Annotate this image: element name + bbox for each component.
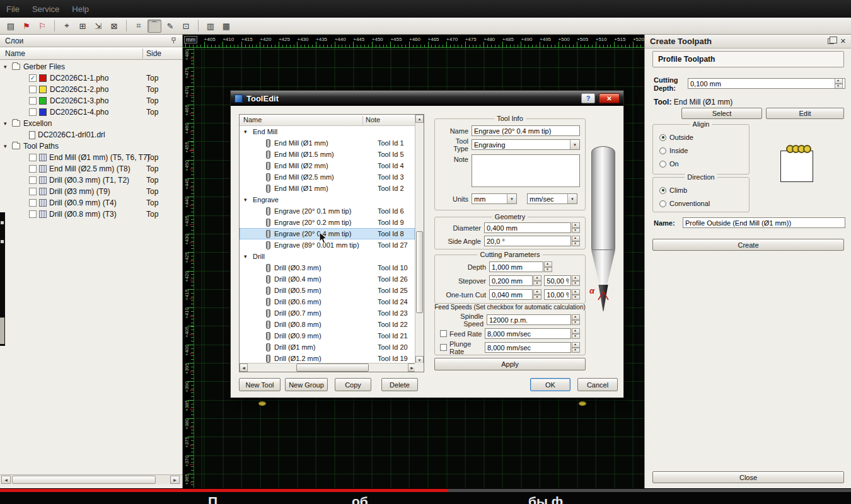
tool-row[interactable]: End Mill (Ø2.5 mm)Tool Id 3 <box>240 171 415 183</box>
measure-icon[interactable]: ⊡ <box>179 20 193 33</box>
layer-visibility-checkbox[interactable] <box>29 188 37 195</box>
column-divider[interactable] <box>142 49 143 59</box>
dropdown-arrow-icon[interactable] <box>570 140 579 149</box>
radio-inside-control[interactable] <box>659 147 666 154</box>
cutting-depth-input[interactable]: 0,100 mm <box>688 78 845 89</box>
layer-visibility-checkbox[interactable]: ✓ <box>29 74 37 82</box>
feed-rate-spinner[interactable] <box>572 328 580 339</box>
tool-row[interactable]: End Mill (Ø1 mm)Tool Id 2 <box>240 183 415 194</box>
dropdown-arrow-icon[interactable] <box>567 194 577 203</box>
radio-climb[interactable]: Climb <box>659 185 687 195</box>
expand-arrow-icon[interactable]: ▾ <box>4 143 10 149</box>
scroll-left-arrow[interactable]: ◀ <box>1 476 11 484</box>
tool-row[interactable]: Drill (Ø0.9 mm)Tool Id 21 <box>240 330 415 341</box>
scroll-up-arrow[interactable]: ▲ <box>415 115 424 123</box>
radio-conventional-control[interactable] <box>659 200 666 207</box>
layer-row[interactable]: Drill (Ø0.3 mm) (T1, T2)Top <box>0 175 182 186</box>
close-button[interactable]: Close <box>652 471 844 483</box>
tool-row[interactable]: Drill (Ø0.8 mm)Tool Id 22 <box>240 319 415 330</box>
layer-visibility-checkbox[interactable] <box>29 165 37 173</box>
diameter-spinner[interactable] <box>572 222 580 233</box>
dialog-close-button[interactable]: ✕ <box>599 93 620 103</box>
oneturn-input[interactable]: 0,040 mm <box>489 289 533 300</box>
tool-row[interactable]: End Mill (Ø1.5 mm)Tool Id 5 <box>240 149 415 160</box>
expand-arrow-icon[interactable]: ▾ <box>244 197 250 203</box>
depth-input[interactable]: 1,000 mm <box>489 261 543 272</box>
tool-row[interactable]: Drill (Ø0.5 mm)Tool Id 25 <box>240 285 415 296</box>
layer-visibility-checkbox[interactable] <box>29 210 37 218</box>
tool-row[interactable]: Drill (Ø1 mm)Tool Id 20 <box>240 341 415 353</box>
stepover-percent-input[interactable]: 50,00 % <box>544 275 571 286</box>
cutting-depth-spinner[interactable] <box>835 78 843 89</box>
tool-type-select[interactable]: Engraving <box>472 139 580 150</box>
note-textarea[interactable] <box>472 154 580 187</box>
side-angle-spinner[interactable] <box>572 236 580 246</box>
radio-on[interactable]: On <box>659 159 679 169</box>
plunge-rate-spinner[interactable] <box>572 342 580 353</box>
hscroll-thumb[interactable] <box>296 364 369 372</box>
units-select[interactable]: mm <box>472 193 517 204</box>
spindle-speed-spinner[interactable] <box>572 314 580 325</box>
tool-group-row[interactable]: ▾End Mill <box>240 126 415 137</box>
menu-item-service[interactable]: Service <box>32 4 59 14</box>
scroll-right-arrow[interactable]: ▶ <box>170 476 180 484</box>
tool-row[interactable]: Engrave (20° 0.2 mm tip)Tool Id 9 <box>240 217 415 228</box>
new-group-button[interactable]: New Group <box>285 378 328 391</box>
radio-inside[interactable]: Inside <box>659 146 688 156</box>
radio-outside-control[interactable] <box>659 134 666 141</box>
column-header-name[interactable]: Name <box>5 49 25 58</box>
export-flag-icon[interactable]: ⚐ <box>35 20 49 33</box>
tool-row[interactable]: Drill (Ø0.4 mm)Tool Id 26 <box>240 273 415 285</box>
import-flag-icon[interactable]: ⚑ <box>20 20 33 33</box>
copy-button[interactable]: Copy <box>335 378 371 391</box>
side-angle-input[interactable]: 20,0 ° <box>484 236 571 246</box>
tool-row[interactable]: End Mill (Ø1 mm)Tool Id 1 <box>240 137 415 149</box>
layer-row[interactable]: ✓DC2026C1-1.phoTop <box>0 72 182 84</box>
tool-column-name[interactable]: Name <box>243 116 262 123</box>
stepover-percent-spinner[interactable] <box>572 275 580 286</box>
vscroll-thumb[interactable] <box>416 231 423 313</box>
dialog-help-button[interactable]: ? <box>581 93 595 103</box>
pin-icon[interactable] <box>170 37 177 44</box>
float-panel-icon[interactable] <box>828 38 834 44</box>
layers-horizontal-scrollbar[interactable]: ◀ ▶ <box>0 474 182 484</box>
layer-visibility-checkbox[interactable] <box>29 154 37 161</box>
expand-arrow-icon[interactable]: ▾ <box>244 129 250 135</box>
stepover-spinner[interactable] <box>533 275 541 286</box>
layer-row[interactable]: End Mill (Ø1 mm) (T5, T6, T7)Top <box>0 152 182 163</box>
tool-row[interactable]: Drill (Ø1.2 mm)Tool Id 19 <box>240 353 415 363</box>
tool-name-input[interactable]: Engrave (20° 0.4 mm tip) <box>472 125 580 136</box>
layer-group-row[interactable]: ▾Gerber Files <box>0 61 182 72</box>
table-view-icon[interactable]: ▦ <box>219 20 233 33</box>
diameter-input[interactable]: 0,400 mm <box>484 222 571 233</box>
create-button[interactable]: Create <box>652 239 844 251</box>
depth-spinner[interactable] <box>544 261 552 272</box>
pan-view-icon[interactable]: ⇲ <box>91 20 105 33</box>
oneturn-percent-spinner[interactable] <box>572 289 580 300</box>
spindle-speed-input[interactable]: 12000 r.p.m. <box>487 314 571 325</box>
tool-row[interactable]: End Mill (Ø2 mm)Tool Id 4 <box>240 160 415 171</box>
speed-units-select[interactable]: mm/sec <box>527 193 577 204</box>
oneturn-spinner[interactable] <box>533 289 541 300</box>
zoom-window-icon[interactable]: ⊞ <box>76 20 90 33</box>
close-panel-icon[interactable]: ✕ <box>840 37 846 45</box>
open-file-icon[interactable]: ▤ <box>4 20 18 33</box>
layer-row[interactable]: DC2026C1-3.phoTop <box>0 95 182 106</box>
column-header-side[interactable]: Side <box>146 49 161 58</box>
radio-conventional[interactable]: Conventional <box>659 198 710 209</box>
layers-view-icon[interactable]: ▥ <box>204 20 217 33</box>
tool-row[interactable]: Drill (Ø0.6 mm)Tool Id 24 <box>240 296 415 307</box>
toolpath-name-input[interactable]: Profile Outside (End Mill (Ø1 mm)) <box>683 217 845 228</box>
expand-arrow-icon[interactable]: ▾ <box>4 64 10 70</box>
layer-group-row[interactable]: ▾Tool Paths <box>0 140 182 152</box>
stepover-input[interactable]: 0,200 mm <box>489 275 533 286</box>
expand-arrow-icon[interactable]: ▾ <box>4 120 10 127</box>
dropdown-arrow-icon[interactable] <box>507 194 516 203</box>
tool-group-row[interactable]: ▾Engrave <box>240 194 415 205</box>
layer-group-row[interactable]: ▾Excellon <box>0 118 182 129</box>
layer-row[interactable]: DC2026C1-4.phoTop <box>0 106 182 118</box>
layer-visibility-checkbox[interactable] <box>29 199 37 207</box>
menu-item-file[interactable]: File <box>6 4 20 14</box>
feed-rate-input[interactable]: 8,000 mm/sec <box>485 328 571 339</box>
radio-outside[interactable]: Outside <box>659 132 693 142</box>
